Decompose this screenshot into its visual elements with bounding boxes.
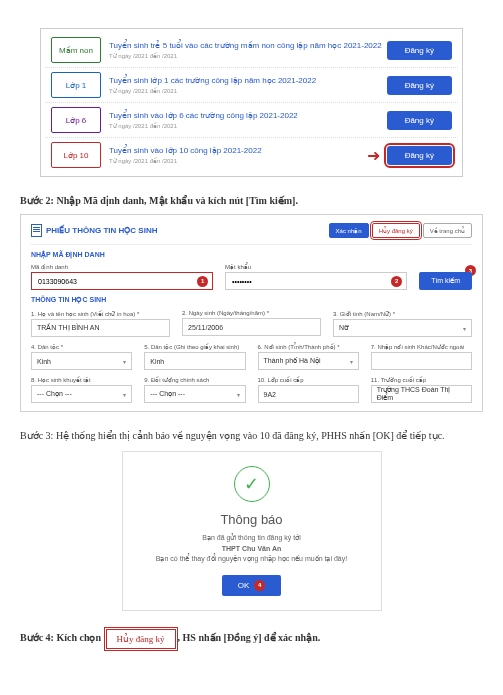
level-chip-lop10: Lớp 10	[51, 142, 101, 168]
name-input[interactable]: TRẦN THỊ BÌNH AN	[31, 319, 170, 337]
chevron-down-icon: ▾	[237, 391, 240, 398]
step2-text: Bước 2: Nhập Mã định danh, Mật khẩu và k…	[20, 195, 483, 206]
level-title: Tuyển sinh vào lớp 10 công lập 2021-2022	[109, 146, 387, 155]
search-button[interactable]: Tìm kiếm	[419, 272, 472, 290]
search-wrapper: 3 Tìm kiếm	[419, 272, 472, 290]
chevron-down-icon: ▾	[350, 358, 353, 365]
pw-input[interactable]	[230, 277, 391, 286]
form-title: PHIẾU THÔNG TIN HỌC SINH	[31, 224, 157, 237]
level-row: Lớp 6 Tuyển sinh vào lớp 6 các trường cô…	[45, 103, 458, 138]
level-title: Tuyển sinh lớp 1 các trường công lập năm…	[109, 76, 387, 85]
badge-1: 1	[197, 276, 208, 287]
level-dates: Từ ngày /2021 đến /2021	[109, 157, 387, 164]
level-list: Mầm non Tuyển sinh trẻ 5 tuổi vào các tr…	[40, 28, 463, 177]
level-chip-mamnon: Mầm non	[51, 37, 101, 63]
level-dates: Từ ngày /2021 đến /2021	[109, 52, 387, 59]
birthplace-select[interactable]: Thành phố Hà Nội▾	[258, 352, 359, 370]
disability-select[interactable]: --- Chọn ---▾	[31, 385, 132, 403]
id-label: Mã định danh	[31, 263, 213, 270]
level-text: Tuyển sinh vào lớp 6 các trường công lập…	[109, 111, 387, 129]
form-title-text: PHIẾU THÔNG TIN HỌC SINH	[46, 226, 157, 235]
field-label: 5. Dân tộc (Ghi theo giấy khai sinh)	[144, 343, 245, 350]
chevron-down-icon: ▾	[123, 358, 126, 365]
ethnic2-input[interactable]: Kinh	[144, 352, 245, 370]
level-chip-lop6: Lớp 6	[51, 107, 101, 133]
badge-4: 4	[254, 580, 265, 591]
field-label: 8. Học sinh khuyết tật	[31, 376, 132, 383]
level-title: Tuyển sinh vào lớp 6 các trường công lập…	[109, 111, 387, 120]
notif-message: Bạn đã gửi thông tin đăng ký tới THPT Ch…	[137, 533, 367, 565]
id-row: Mã định danh 1 Mật khẩu 2 3 Tìm kiếm	[31, 263, 472, 290]
step3-text: Bước 3: Hệ thống hiển thị cảnh báo về ng…	[20, 430, 483, 441]
chevron-down-icon: ▾	[463, 325, 466, 332]
form-header: PHIẾU THÔNG TIN HỌC SINH Xác nhận Hủy đă…	[31, 223, 472, 245]
section-info-label: THÔNG TIN HỌC SINH	[31, 296, 472, 304]
ethnic-select[interactable]: Kinh▾	[31, 352, 132, 370]
level-row: Mầm non Tuyển sinh trẻ 5 tuổi vào các tr…	[45, 33, 458, 68]
register-button[interactable]: Đăng ký	[387, 111, 452, 130]
pw-input-wrapper: 2	[225, 272, 407, 290]
register-button-highlighted[interactable]: Đăng ký	[387, 146, 452, 165]
lastschool-input[interactable]: Trường THCS Đoàn Thị Điểm	[371, 385, 472, 403]
field-label: 3. Giới tính (Nam/Nữ) *	[333, 310, 472, 317]
pw-label: Mật khẩu	[225, 263, 407, 270]
level-row-highlighted: Lớp 10 Tuyển sinh vào lớp 10 công lập 20…	[45, 138, 458, 172]
header-buttons: Xác nhận Hủy đăng ký Về trang chủ	[329, 223, 472, 238]
policy-select[interactable]: --- Chọn ---▾	[144, 385, 245, 403]
field-label: 10. Lớp cuối cấp	[258, 376, 359, 383]
pointer-arrow-icon: ➜	[367, 146, 380, 165]
cancel-chip: Hủy đăng ký	[106, 629, 176, 649]
level-dates: Từ ngày /2021 đến /2021	[109, 122, 387, 129]
step4-text: Bước 4: Kích chọn Hủy đăng ký, HS nhấn […	[20, 629, 483, 649]
field-label: 4. Dân tộc *	[31, 343, 132, 350]
badge-2: 2	[391, 276, 402, 287]
field-label: 6. Nơi sinh (Tỉnh/Thành phố) *	[258, 343, 359, 350]
level-text: Tuyển sinh trẻ 5 tuổi vào các trường mầm…	[109, 41, 387, 59]
dob-input[interactable]: 25/11/2006	[182, 318, 321, 336]
notification-dialog: ✓ Thông báo Bạn đã gửi thông tin đăng ký…	[122, 451, 382, 611]
gender-select[interactable]: Nữ▾	[333, 319, 472, 337]
field-label: 1. Họ và tên học sinh (Viết chữ in hoa) …	[31, 310, 170, 317]
level-dates: Từ ngày /2021 đến /2021	[109, 87, 387, 94]
student-form: PHIẾU THÔNG TIN HỌC SINH Xác nhận Hủy đă…	[20, 214, 483, 412]
field-label: 9. Đối tượng chính sách	[144, 376, 245, 383]
document-icon	[31, 224, 42, 237]
level-title: Tuyển sinh trẻ 5 tuổi vào các trường mầm…	[109, 41, 387, 50]
section-id-label: NHẬP MÃ ĐỊNH DANH	[31, 251, 472, 259]
level-row: Lớp 1 Tuyển sinh lớp 1 các trường công l…	[45, 68, 458, 103]
field-label: 7. Nhập nơi sinh Khác/Nước ngoài	[371, 343, 472, 350]
id-input[interactable]	[36, 277, 197, 286]
notif-title: Thông báo	[137, 512, 367, 527]
chevron-down-icon: ▾	[123, 391, 126, 398]
lastclass-input[interactable]: 9A2	[258, 385, 359, 403]
ok-button[interactable]: OK 4	[222, 575, 282, 596]
register-button[interactable]: Đăng ký	[387, 76, 452, 95]
field-label: 11. Trường cuối cấp	[371, 376, 472, 383]
id-input-wrapper: 1	[31, 272, 213, 290]
level-text: Tuyển sinh vào lớp 10 công lập 2021-2022…	[109, 146, 387, 164]
home-button[interactable]: Về trang chủ	[423, 223, 472, 238]
cancel-register-button[interactable]: Hủy đăng ký	[372, 223, 420, 238]
confirm-button[interactable]: Xác nhận	[329, 223, 369, 238]
level-chip-lop1: Lớp 1	[51, 72, 101, 98]
check-circle-icon: ✓	[234, 466, 270, 502]
register-button[interactable]: Đăng ký	[387, 41, 452, 60]
level-text: Tuyển sinh lớp 1 các trường công lập năm…	[109, 76, 387, 94]
birthplace-other-input[interactable]	[371, 352, 472, 370]
field-label: 2. Ngày sinh (Ngày/tháng/năm) *	[182, 310, 321, 316]
